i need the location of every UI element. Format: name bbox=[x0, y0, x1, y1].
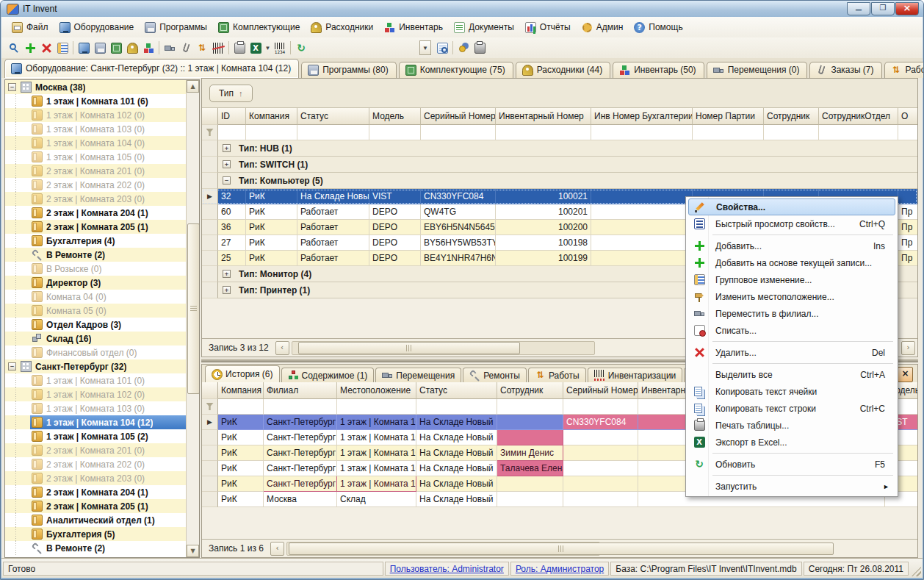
scrollbar-thumb[interactable] bbox=[187, 223, 200, 394]
context-menu-item[interactable]: Копировать текст строкиCtrl+C bbox=[688, 400, 895, 417]
context-menu-item[interactable]: Свойства... bbox=[688, 198, 895, 215]
user-link[interactable]: Пользователь: Administrator bbox=[390, 564, 504, 574]
main-cell[interactable]: BE4Y1NHR47H6N57 bbox=[421, 251, 496, 266]
main-filter-cell[interactable] bbox=[421, 125, 496, 140]
main-filter-cell[interactable] bbox=[898, 125, 917, 140]
detail-cell[interactable] bbox=[497, 492, 563, 507]
group-expander-icon[interactable]: − bbox=[223, 176, 231, 185]
main-cell[interactable]: Работает bbox=[297, 251, 369, 266]
main-cell[interactable]: EBY6H5N4N5645 bbox=[421, 220, 496, 235]
main-column-header[interactable]: Номер Партии bbox=[693, 108, 764, 125]
detail-tab-history[interactable]: История (6) bbox=[205, 365, 280, 382]
toolbar-attach-button[interactable] bbox=[178, 40, 194, 56]
context-menu-item[interactable]: Изменить местоположение... bbox=[688, 288, 895, 305]
detail-horizontal-scrollbar[interactable] bbox=[286, 542, 601, 556]
detail-tab-truck[interactable]: Перемещения bbox=[375, 368, 461, 382]
scroll-down-icon[interactable]: ▼ bbox=[187, 545, 199, 557]
group-row-body[interactable]: +Тип: HUB (1) bbox=[218, 140, 917, 157]
detail-cell[interactable]: На Складе Новый bbox=[416, 445, 497, 461]
detail-cell[interactable]: На Складе Новый bbox=[416, 461, 497, 476]
main-cell[interactable]: 100199 bbox=[496, 251, 591, 266]
detail-cell[interactable]: 1 этаж | Комната 104 bbox=[337, 415, 416, 430]
detail-cell[interactable]: Склад bbox=[337, 492, 416, 507]
tab-programs[interactable]: Программы (80) bbox=[301, 62, 397, 78]
tree-item[interactable]: 2 этаж | Комната 204 (1) bbox=[5, 206, 187, 220]
detail-column-header[interactable]: Статус bbox=[416, 382, 497, 399]
menu-docs[interactable]: Документы bbox=[450, 20, 521, 35]
main-filter-cell[interactable] bbox=[764, 125, 819, 140]
toolbar-excel-button[interactable] bbox=[248, 40, 264, 56]
main-filter-cell[interactable] bbox=[218, 125, 246, 140]
menu-file[interactable]: Файл bbox=[7, 20, 55, 35]
toolbar-barcode-off-button[interactable] bbox=[210, 40, 226, 56]
detail-cell[interactable]: РиК bbox=[218, 415, 264, 430]
toolbar-inventory-button[interactable] bbox=[140, 40, 156, 56]
tree-item[interactable]: Бухгалтерия (4) bbox=[5, 234, 187, 248]
toolbar-find-table-button[interactable] bbox=[434, 40, 450, 56]
main-cell[interactable]: 25 bbox=[218, 251, 246, 266]
minimize-button[interactable] bbox=[847, 2, 870, 15]
main-cell[interactable] bbox=[591, 220, 693, 235]
main-filter-cell[interactable] bbox=[297, 125, 369, 140]
dropdown-caret-icon[interactable]: ▼ bbox=[264, 40, 272, 56]
tree-item[interactable]: 1 этаж | Комната 101 (0) bbox=[5, 373, 187, 387]
tree-item[interactable]: Отдел Кадров (3) bbox=[5, 318, 187, 332]
main-cell[interactable]: Работает bbox=[297, 220, 369, 235]
detail-cell[interactable]: 1 этаж | Комната 104 bbox=[337, 445, 416, 461]
main-cell[interactable]: VIST bbox=[369, 189, 421, 204]
detail-cell[interactable]: CN330YFC084 bbox=[563, 415, 638, 430]
detail-cell[interactable]: Талачева Елена bbox=[497, 461, 563, 476]
main-column-header[interactable]: Серийный Номер bbox=[421, 108, 496, 125]
main-column-header[interactable]: О bbox=[898, 108, 917, 125]
detail-cell[interactable]: Москва bbox=[264, 492, 337, 507]
context-menu-item[interactable]: Добавить на основе текущей записи... bbox=[688, 254, 895, 271]
group-row-body[interactable]: −Тип: Компьютер (5) bbox=[218, 173, 917, 189]
main-cell[interactable]: РиК bbox=[246, 235, 297, 251]
toolbar-equipment-button[interactable] bbox=[76, 40, 92, 56]
toolbar-barcode-1234-button[interactable] bbox=[272, 40, 288, 56]
group-row[interactable]: −Тип: Компьютер (5) bbox=[202, 173, 917, 189]
detail-column-header[interactable]: Компания bbox=[218, 382, 264, 399]
tree-expander-icon[interactable]: − bbox=[8, 83, 16, 91]
main-cell[interactable] bbox=[591, 204, 693, 220]
scroll-right-icon[interactable]: › bbox=[901, 341, 915, 355]
menu-equipment[interactable]: Оборудование bbox=[55, 20, 141, 35]
context-menu-item[interactable]: ОбновитьF5 bbox=[688, 456, 895, 473]
tree-item[interactable]: 1 этаж | Комната 102 (0) bbox=[5, 108, 187, 122]
tree-expander-icon[interactable]: − bbox=[8, 362, 16, 370]
main-column-header[interactable]: Инв Номер Бухгалтерии bbox=[591, 108, 693, 125]
toolbar-money-button[interactable] bbox=[455, 40, 472, 56]
tab-components[interactable]: Комплектующие (75) bbox=[399, 62, 513, 78]
detail-cell[interactable]: На Складе Новый bbox=[416, 430, 497, 445]
main-column-header[interactable]: Сотрудник bbox=[764, 108, 819, 125]
tree-item[interactable]: 1 этаж | Комната 102 (0) bbox=[5, 387, 187, 401]
menu-inventory[interactable]: Инвентарь bbox=[380, 20, 450, 35]
tree-item[interactable]: В Розыске (0) bbox=[5, 262, 187, 276]
detail-cell[interactable]: На Складе Новый bbox=[416, 476, 497, 492]
context-menu-item[interactable]: Групповое изменение... bbox=[688, 271, 895, 288]
detail-cell[interactable]: Санкт-Петербург bbox=[264, 415, 337, 430]
toolbar-group-edit-button[interactable] bbox=[54, 40, 71, 56]
detail-tab-sort[interactable]: Работы bbox=[528, 368, 586, 382]
main-cell[interactable]: BY56HY5WB53TYB4 bbox=[421, 235, 496, 251]
toolbar-refresh-button[interactable] bbox=[293, 40, 309, 56]
main-column-header[interactable]: Инвентарный Номер bbox=[496, 108, 591, 125]
detail-column-header[interactable]: Серийный Номер bbox=[563, 382, 638, 399]
main-cell[interactable]: Пр bbox=[898, 251, 917, 266]
context-menu-item[interactable]: Выделить всеCtrl+A bbox=[688, 366, 895, 383]
main-cell[interactable]: Работает bbox=[297, 235, 369, 251]
tree-item[interactable]: 2 этаж | Комната 202 (0) bbox=[5, 178, 187, 192]
main-cell[interactable]: 36 bbox=[218, 220, 246, 235]
detail-cell[interactable]: 1 этаж | Комната 104 bbox=[337, 461, 416, 476]
main-cell[interactable]: 100200 bbox=[496, 220, 591, 235]
main-cell[interactable]: DEPO bbox=[369, 251, 421, 266]
main-cell[interactable]: На Складе Новый bbox=[297, 189, 369, 204]
toolbar-dropdown[interactable]: ▼ bbox=[419, 40, 431, 55]
scrollbar-thumb[interactable] bbox=[298, 342, 520, 354]
detail-cell[interactable] bbox=[497, 476, 563, 492]
detail-cell[interactable]: РиК bbox=[218, 445, 264, 461]
menu-help[interactable]: Помощь bbox=[629, 20, 689, 35]
toolbar-copier-button[interactable] bbox=[472, 40, 488, 56]
main-filter-cell[interactable] bbox=[496, 125, 591, 140]
group-expander-icon[interactable]: + bbox=[223, 144, 231, 152]
